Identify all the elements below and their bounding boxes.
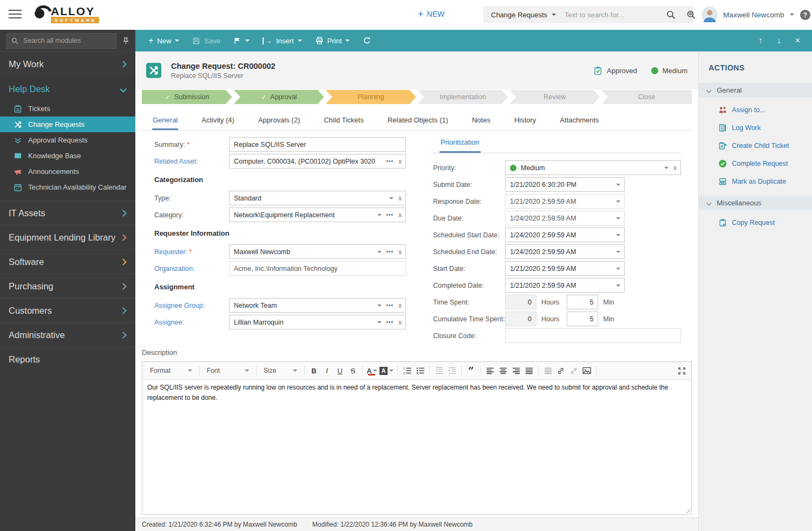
actions-group-miscellaneous[interactable]: Miscellaneous (699, 196, 812, 210)
line-spacing-button[interactable] (541, 364, 554, 377)
tab-history[interactable]: History (514, 110, 536, 130)
category-field[interactable]: Network\Equipment Replacement ••• x (229, 208, 406, 222)
assignee-field[interactable]: Lillian Marroquin ••• x (229, 315, 406, 329)
sidebar-item-customers[interactable]: Customers (0, 298, 135, 322)
tab-activity[interactable]: Activity (4) (201, 110, 235, 130)
size-dropdown[interactable]: Size (259, 367, 302, 374)
action-mark-as-duplicate[interactable]: Mark as Duplicate (699, 172, 812, 190)
search-by-id-button[interactable]: ID (681, 10, 702, 20)
format-dropdown[interactable]: Format (146, 367, 197, 374)
scheduled-start-date-field[interactable]: 1/24/2020 2:59:59 AM (505, 228, 625, 242)
stage-implementation[interactable]: Implementation (417, 90, 508, 104)
sidebar-item-technician-availability-calendar[interactable]: Technician Availability Calendar (0, 179, 135, 195)
global-new-button[interactable]: + NEW (418, 10, 444, 18)
resize-handle[interactable] (684, 507, 690, 513)
stage-submission[interactable]: ✓Submission (142, 90, 232, 104)
tab-general[interactable]: General (152, 110, 178, 130)
background-color-button[interactable]: A (378, 364, 395, 377)
dropdown-button[interactable] (616, 234, 620, 236)
tab-child-tickets[interactable]: Child Tickets (323, 110, 364, 130)
summary-field[interactable]: Replace SQL/IIS Server (229, 137, 406, 152)
response-date-field[interactable]: 1/21/2020 2:59:59 AM (505, 194, 625, 209)
tab-related-objects[interactable]: Related Objects (1) (387, 110, 449, 130)
assignee-label[interactable]: Assignee: (154, 319, 229, 326)
sidebar-item-reports[interactable]: Reports (0, 347, 135, 371)
sidebar-item-tickets[interactable]: Tickets (0, 101, 135, 116)
clear-button[interactable]: x (398, 319, 402, 326)
next-record-button[interactable]: ↓ (777, 36, 781, 46)
insert-button[interactable]: → Insert (263, 37, 302, 45)
numbered-list-button[interactable]: 12 (401, 364, 414, 377)
dropdown-button[interactable] (377, 305, 382, 307)
dropdown-button[interactable] (616, 184, 620, 186)
related-asset-label[interactable]: Related Asset: (154, 158, 229, 165)
sidebar-item-announcements[interactable]: Announcements (0, 164, 135, 179)
sidebar-item-approval-requests[interactable]: Approval Requests (0, 132, 135, 148)
refresh-button[interactable] (363, 36, 371, 45)
justify-button[interactable] (522, 364, 535, 377)
requester-label[interactable]: Requester: (154, 248, 187, 256)
action-log-work[interactable]: Log Work (699, 119, 812, 137)
help-button[interactable]: ? (800, 10, 810, 20)
action-complete-request[interactable]: Complete Request (699, 154, 812, 172)
search-input[interactable] (564, 10, 661, 20)
maximize-editor-button[interactable] (675, 364, 688, 377)
dropdown-button[interactable] (377, 214, 382, 216)
organization-field[interactable]: Acme, Inc.\Information Technology (229, 261, 406, 276)
lookup-button[interactable]: ••• (386, 212, 394, 218)
dropdown-button[interactable] (616, 200, 620, 203)
font-dropdown[interactable]: Font (202, 367, 253, 374)
close-record-button[interactable]: × (795, 36, 800, 46)
action-create-child-ticket[interactable]: Create Child Ticket (699, 137, 812, 154)
hamburger-menu-icon[interactable] (9, 10, 22, 18)
previous-record-button[interactable]: ↑ (758, 36, 763, 46)
stage-close[interactable]: Close (601, 90, 692, 104)
lookup-button[interactable]: ••• (386, 249, 394, 255)
lookup-button[interactable]: ••• (386, 303, 394, 308)
action-copy-request[interactable]: Copy Request (699, 213, 812, 231)
clear-button[interactable]: x (398, 212, 402, 218)
sidebar-item-administrative[interactable]: Administrative (0, 322, 135, 347)
assignee-group-field[interactable]: Network Team ••• x (229, 298, 406, 313)
type-field[interactable]: Standard x (229, 191, 406, 205)
submit-date-field[interactable]: 1/21/2020 6:30:20 PM (505, 177, 625, 192)
sidebar-item-purchasing[interactable]: Purchasing (0, 274, 135, 298)
tab-approvals[interactable]: Approvals (2) (258, 110, 300, 130)
assignee-group-label[interactable]: Assignee Group: (154, 302, 229, 309)
align-right-button[interactable] (509, 364, 522, 377)
time-spent-min-field[interactable]: 5 (567, 295, 598, 309)
search-scope-dropdown[interactable]: Change Requests (483, 11, 564, 19)
sidebar-item-my-work[interactable]: My Work (0, 51, 135, 76)
clear-button[interactable]: x (398, 195, 402, 202)
cumulative-min-field[interactable]: 5 (567, 312, 598, 326)
sidebar-item-help-desk[interactable]: Help Desk (0, 77, 135, 101)
dropdown-button[interactable] (616, 284, 620, 287)
dropdown-button[interactable] (616, 217, 620, 219)
tab-notes[interactable]: Notes (472, 110, 491, 130)
bullet-list-button[interactable] (414, 364, 427, 377)
insert-link-button[interactable] (554, 364, 567, 377)
sidebar-item-change-requests[interactable]: Change Requests (0, 116, 135, 132)
closure-code-field[interactable] (505, 328, 681, 343)
user-menu[interactable]: Maxwell Newcomb (702, 7, 794, 23)
clear-button[interactable]: x (673, 165, 677, 171)
bold-button[interactable]: B (307, 364, 320, 377)
sidebar-item-knowledge-base[interactable]: Knowledge Base (0, 148, 135, 164)
clear-button[interactable]: x (398, 158, 402, 165)
dropdown-button[interactable] (377, 321, 382, 323)
insert-image-button[interactable] (580, 364, 593, 377)
print-button[interactable]: Print (315, 36, 350, 45)
dropdown-button[interactable] (664, 167, 669, 169)
requester-field[interactable]: Maxwell Newcomb ••• x (229, 244, 406, 259)
clear-button[interactable]: x (398, 302, 402, 309)
prioritization-tab[interactable]: Prioritization (433, 132, 681, 153)
new-button[interactable]: + New (148, 36, 179, 46)
pin-sidebar-button[interactable] (122, 37, 130, 45)
sidebar-search-box[interactable] (6, 33, 116, 49)
underline-button[interactable]: U (333, 364, 346, 377)
scheduled-end-date-field[interactable]: 1/24/2020 2:59:59 AM (505, 244, 625, 259)
tab-attachments[interactable]: Attachments (559, 110, 599, 130)
sidebar-item-equipment-lending-library[interactable]: Equipment Lending Library (0, 225, 135, 249)
lookup-button[interactable]: ••• (386, 320, 394, 325)
stage-approval[interactable]: ✓Approval (234, 90, 324, 104)
